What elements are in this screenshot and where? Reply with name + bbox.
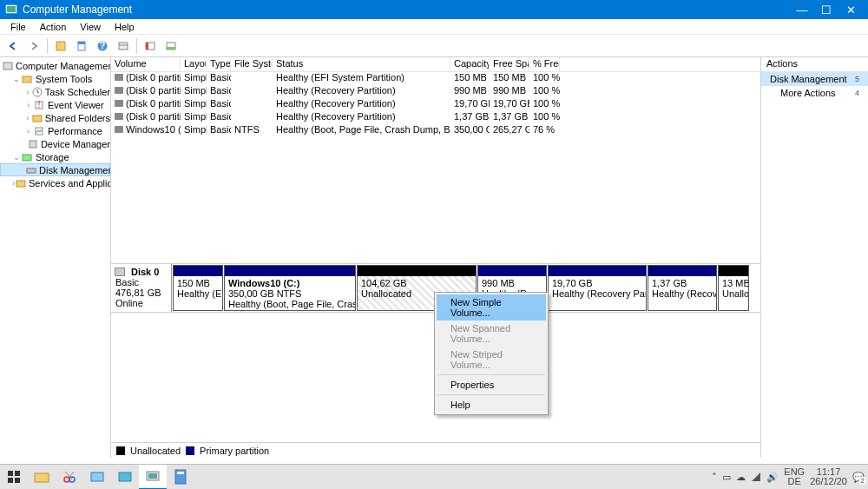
menu-help[interactable]: Help bbox=[108, 21, 141, 33]
close-button[interactable]: ✕ bbox=[838, 3, 863, 17]
disk-size: 476,81 GB bbox=[115, 287, 167, 298]
taskbar-app-b[interactable] bbox=[111, 465, 139, 490]
tree-task-scheduler[interactable]: ›Task Scheduler bbox=[0, 85, 110, 98]
ctx-help[interactable]: Help bbox=[437, 397, 546, 413]
taskbar-calculator[interactable] bbox=[167, 465, 194, 490]
toolbar: ? bbox=[0, 35, 868, 57]
col-volume[interactable]: Volume bbox=[111, 57, 181, 71]
disk-title: Disk 0 bbox=[131, 267, 167, 277]
menubar: File Action View Help bbox=[0, 19, 868, 35]
start-button[interactable] bbox=[0, 465, 28, 490]
nav-tree: Computer Management (Local) ⌄System Tool… bbox=[0, 57, 111, 458]
refresh-icon[interactable] bbox=[51, 37, 70, 55]
tree-storage[interactable]: ⌄Storage bbox=[0, 150, 110, 163]
tree-shared-folders[interactable]: ›Shared Folders bbox=[0, 111, 110, 124]
partition[interactable]: 1,37 GBHealthy (Recovery Par bbox=[648, 265, 717, 311]
help-icon[interactable]: ? bbox=[93, 37, 112, 55]
taskbar-explorer[interactable] bbox=[28, 465, 56, 490]
volume-row[interactable]: Windows10 (C:)SimpleBasicNTFSHealthy (Bo… bbox=[111, 124, 760, 137]
svg-text:?: ? bbox=[100, 40, 106, 50]
properties-icon[interactable] bbox=[72, 37, 91, 55]
disk-type: Basic bbox=[115, 277, 167, 287]
svg-rect-23 bbox=[16, 181, 25, 187]
ctx-properties[interactable]: Properties bbox=[437, 377, 546, 393]
tray-volume-icon[interactable]: 🔊 bbox=[766, 472, 779, 483]
tray-chevron-icon[interactable]: ˄ bbox=[712, 472, 717, 483]
tree-system-tools[interactable]: ⌄System Tools bbox=[0, 72, 110, 85]
taskbar-app-a[interactable] bbox=[83, 465, 111, 490]
svg-rect-7 bbox=[119, 43, 128, 50]
toolbar-icon-b[interactable] bbox=[161, 37, 181, 55]
tray-language[interactable]: ENGDE bbox=[784, 467, 805, 486]
legend-unalloc-swatch bbox=[116, 446, 125, 455]
legend-unalloc: Unallocated bbox=[130, 446, 181, 456]
system-tray: ˄ ▭ ☁ 🔊 ENGDE 11:1726/12/20 💬2 bbox=[712, 467, 868, 486]
tray-battery-icon[interactable]: ▭ bbox=[722, 472, 731, 483]
badge-a: 4 bbox=[855, 89, 859, 97]
menu-file[interactable]: File bbox=[3, 21, 33, 33]
svg-rect-14 bbox=[23, 76, 31, 83]
tree-performance[interactable]: ›Performance bbox=[0, 124, 110, 137]
svg-rect-34 bbox=[148, 473, 157, 479]
toolbar-icon-a[interactable] bbox=[141, 37, 160, 55]
svg-rect-24 bbox=[8, 471, 13, 476]
minimize-button[interactable]: — bbox=[790, 3, 814, 17]
ctx-new-simple-volume[interactable]: New Simple Volume... bbox=[437, 294, 546, 320]
tray-clock[interactable]: 11:1726/12/20 bbox=[810, 467, 847, 486]
col-free[interactable]: Free Space bbox=[490, 57, 529, 71]
volume-row[interactable]: (Disk 0 partition 5)SimpleBasicHealthy (… bbox=[111, 98, 760, 111]
svg-text:!: ! bbox=[37, 100, 40, 109]
titlebar: Computer Management — ☐ ✕ bbox=[0, 0, 868, 19]
svg-rect-12 bbox=[167, 47, 175, 50]
disk-status: Online bbox=[115, 298, 167, 308]
col-capacity[interactable]: Capacity bbox=[450, 57, 490, 71]
tree-event-viewer[interactable]: ›!Event Viewer bbox=[0, 98, 110, 111]
volume-list: Volume Layout Type File System Status Ca… bbox=[111, 57, 760, 264]
forward-button[interactable] bbox=[24, 37, 43, 55]
ctx-new-striped-volume: New Striped Volume... bbox=[437, 347, 546, 373]
svg-rect-32 bbox=[119, 472, 131, 481]
actions-pane: Actions Disk Management5 More Actions4 bbox=[761, 57, 868, 458]
view-icon[interactable] bbox=[114, 37, 133, 55]
legend-primary-swatch bbox=[186, 446, 194, 455]
svg-rect-26 bbox=[8, 478, 13, 483]
actions-disk-management[interactable]: Disk Management5 bbox=[761, 72, 868, 86]
tree-services[interactable]: ›Services and Applications bbox=[0, 176, 110, 189]
volume-row[interactable]: (Disk 0 partition 6)SimpleBasicHealthy (… bbox=[111, 111, 760, 124]
disk-info[interactable]: Disk 0 Basic 476,81 GB Online bbox=[111, 264, 172, 312]
col-type[interactable]: Type bbox=[207, 57, 231, 71]
tree-root[interactable]: Computer Management (Local) bbox=[0, 59, 110, 72]
taskbar-computer-management[interactable] bbox=[139, 465, 167, 490]
tree-disk-management[interactable]: Disk Management bbox=[0, 163, 110, 176]
col-pfree[interactable]: % Free bbox=[529, 57, 560, 71]
svg-rect-10 bbox=[146, 43, 148, 50]
maximize-button[interactable]: ☐ bbox=[814, 3, 838, 17]
tray-notifications-icon[interactable]: 💬2 bbox=[852, 472, 865, 483]
window-title: Computer Management bbox=[23, 3, 790, 16]
svg-rect-36 bbox=[177, 472, 184, 474]
partition[interactable]: Windows10 (C:)350,00 GB NTFSHealthy (Boo… bbox=[224, 265, 356, 311]
app-icon bbox=[5, 3, 17, 16]
svg-rect-2 bbox=[56, 42, 65, 50]
partition[interactable]: 150 MBHealthy (EFI S bbox=[173, 265, 223, 311]
badge-s: 5 bbox=[855, 75, 859, 83]
volume-row[interactable]: (Disk 0 partition 4)SimpleBasicHealthy (… bbox=[111, 85, 760, 98]
tray-network-icon[interactable] bbox=[751, 472, 761, 482]
tray-cloud-icon[interactable]: ☁ bbox=[736, 472, 746, 483]
legend-primary: Primary partition bbox=[200, 446, 269, 456]
menu-action[interactable]: Action bbox=[33, 21, 74, 33]
menu-view[interactable]: View bbox=[73, 21, 108, 33]
back-button[interactable] bbox=[3, 37, 23, 55]
svg-rect-22 bbox=[27, 169, 36, 173]
col-fs[interactable]: File System bbox=[231, 57, 273, 71]
col-layout[interactable]: Layout bbox=[181, 57, 207, 71]
taskbar-snip[interactable] bbox=[56, 465, 83, 490]
svg-rect-21 bbox=[23, 155, 31, 161]
partition[interactable]: 13 MBUnallo bbox=[718, 265, 749, 311]
actions-more[interactable]: More Actions4 bbox=[761, 86, 868, 100]
col-status[interactable]: Status bbox=[273, 57, 450, 71]
tree-device-manager[interactable]: Device Manager bbox=[0, 137, 110, 150]
partition[interactable]: 19,70 GBHealthy (Recovery Partition) bbox=[548, 265, 647, 311]
volume-row[interactable]: (Disk 0 partition 1)SimpleBasicHealthy (… bbox=[111, 72, 760, 85]
svg-rect-1 bbox=[7, 6, 16, 12]
